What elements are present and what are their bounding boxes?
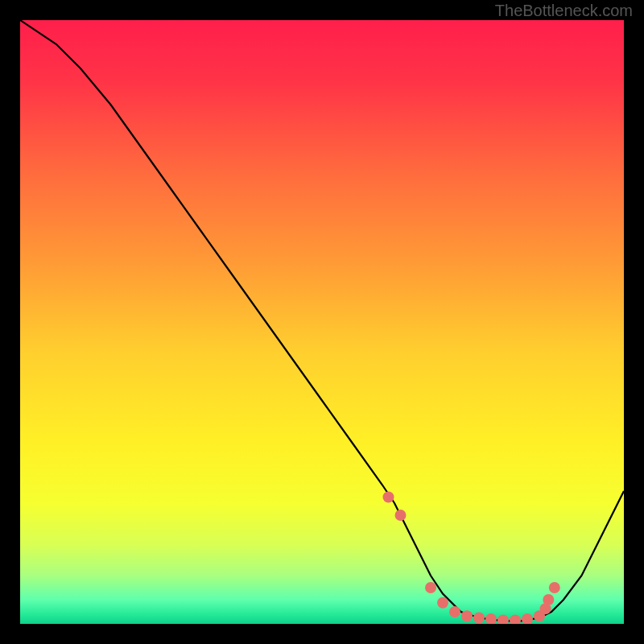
marker-dot	[522, 613, 533, 624]
highlight-markers	[383, 492, 560, 625]
marker-dot	[425, 582, 436, 593]
plot-area	[20, 20, 624, 624]
marker-dot	[437, 597, 448, 609]
marker-dot	[485, 613, 497, 624]
marker-dot	[383, 492, 394, 503]
marker-dot	[543, 594, 554, 605]
chart-svg	[20, 20, 624, 624]
marker-dot	[497, 615, 509, 625]
marker-dot	[395, 510, 407, 521]
marker-dot	[449, 606, 460, 617]
marker-dot	[473, 613, 485, 624]
marker-dot	[461, 610, 473, 621]
bottleneck-curve	[20, 20, 624, 621]
marker-dot	[549, 582, 560, 593]
watermark-text: TheBottleneck.com	[495, 2, 633, 20]
marker-dot	[510, 615, 521, 625]
